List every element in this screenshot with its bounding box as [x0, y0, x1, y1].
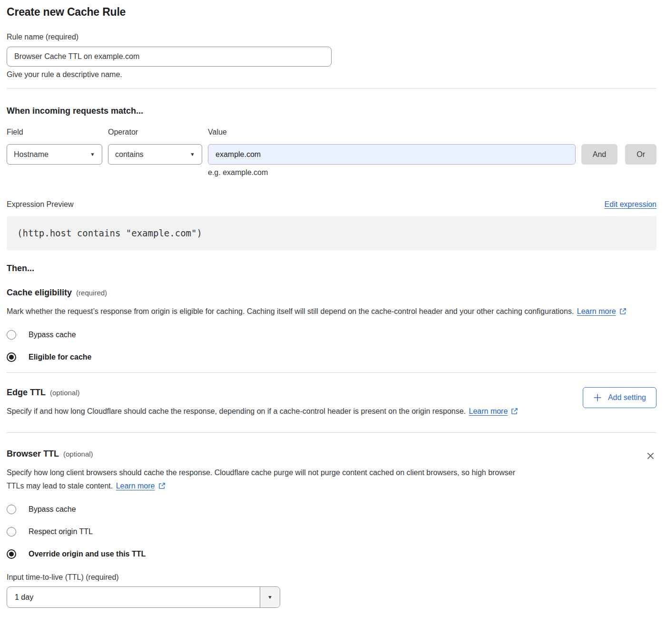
browser-ttl-section: Browser TTL(optional) Specify how long c… [7, 449, 656, 608]
chevron-down-icon: ▼ [267, 595, 273, 600]
radio-row-eligible-for-cache[interactable]: Eligible for cache [7, 352, 656, 362]
edge-ttl-heading-text: Edge TTL [7, 388, 46, 397]
edge-ttl-learn-more-link[interactable]: Learn more [469, 407, 508, 415]
edge-ttl-header-left: Edge TTL(optional) Specify if and how lo… [7, 388, 583, 418]
add-setting-label: Add setting [608, 393, 646, 402]
operator-label: Operator [108, 128, 202, 137]
plus-icon [593, 393, 602, 402]
value-input[interactable] [208, 144, 576, 165]
ttl-select[interactable]: 1 day ▼ [7, 586, 280, 608]
expression-preview-label: Expression Preview [7, 200, 74, 209]
browser-ttl-description-text: Specify how long client browsers should … [7, 468, 515, 490]
radio-override-origin-ttl[interactable] [7, 549, 16, 559]
expression-code-block: (http.host contains "example.com") [7, 216, 656, 250]
field-label: Field [7, 128, 102, 137]
rule-name-section: Rule name (required) Give your rule a de… [7, 33, 656, 79]
edit-expression-link[interactable]: Edit expression [605, 200, 656, 209]
browser-ttl-header: Browser TTL(optional) Specify how long c… [7, 449, 656, 493]
rule-name-input[interactable] [7, 47, 332, 67]
radio-bypass-cache[interactable] [7, 330, 16, 340]
then-heading: Then... [7, 263, 656, 273]
and-button-column: And [581, 128, 617, 165]
external-link-icon [619, 308, 627, 315]
radio-label: Eligible for cache [29, 353, 91, 361]
radio-label: Respect origin TTL [29, 527, 93, 536]
radio-label: Bypass cache [29, 505, 76, 514]
field-select[interactable]: Hostname ▼ [7, 144, 102, 165]
expression-preview-section: Expression Preview Edit expression (http… [7, 200, 656, 250]
field-column: Field Hostname ▼ [7, 128, 102, 165]
chevron-down-icon: ▼ [190, 152, 195, 157]
cache-eligibility-description: Mark whether the request’s response from… [7, 305, 646, 318]
radio-label: Override origin and use this TTL [29, 550, 146, 558]
or-button[interactable]: Or [625, 144, 656, 165]
ttl-input-label: Input time-to-live (TTL) (required) [7, 573, 656, 582]
radio-row-override-origin-ttl[interactable]: Override origin and use this TTL [7, 549, 656, 559]
match-heading: When incoming requests match... [7, 106, 656, 116]
match-section: When incoming requests match... Field Ho… [7, 106, 656, 177]
close-icon [646, 451, 656, 461]
browser-ttl-header-left: Browser TTL(optional) Specify how long c… [7, 449, 645, 493]
match-builder-row: Field Hostname ▼ Operator contains ▼ Val… [7, 128, 656, 177]
operator-select-value: contains [115, 150, 144, 159]
add-setting-button[interactable]: Add setting [583, 387, 656, 408]
create-cache-rule-form: Create new Cache Rule Rule name (require… [0, 0, 666, 615]
browser-ttl-qualifier: (optional) [63, 450, 93, 458]
page-title: Create new Cache Rule [7, 6, 656, 19]
value-column: Value e.g. example.com [208, 128, 576, 177]
radio-eligible-for-cache[interactable] [7, 352, 16, 362]
edge-ttl-section: Edge TTL(optional) Specify if and how lo… [7, 388, 656, 418]
section-divider [7, 88, 656, 88]
external-link-icon [158, 482, 166, 489]
browser-ttl-learn-more-link[interactable]: Learn more [116, 482, 155, 490]
section-divider [7, 432, 656, 433]
edge-ttl-header: Edge TTL(optional) Specify if and how lo… [7, 388, 656, 418]
rule-name-label: Rule name (required) [7, 33, 656, 41]
operator-column: Operator contains ▼ [108, 128, 202, 165]
expression-code: (http.host contains "example.com") [17, 228, 202, 238]
edge-ttl-description: Specify if and how long Cloudflare shoul… [7, 405, 534, 418]
edge-ttl-qualifier: (optional) [50, 389, 80, 397]
value-label: Value [208, 128, 576, 137]
and-button[interactable]: And [581, 144, 617, 165]
radio-respect-origin-ttl[interactable] [7, 527, 16, 537]
browser-ttl-description: Specify how long client browsers should … [7, 466, 534, 493]
or-button-column: Or [625, 128, 656, 165]
external-link-icon [511, 408, 518, 415]
chevron-down-icon: ▼ [90, 152, 95, 157]
expression-header: Expression Preview Edit expression [7, 200, 656, 209]
cache-eligibility-section: Cache eligibility(required) Mark whether… [7, 288, 656, 362]
operator-select[interactable]: contains ▼ [108, 144, 202, 165]
value-help: e.g. example.com [208, 168, 576, 177]
edge-ttl-heading: Edge TTL(optional) [7, 388, 583, 398]
cache-eligibility-description-text: Mark whether the request’s response from… [7, 307, 574, 315]
browser-ttl-heading-text: Browser TTL [7, 449, 59, 459]
browser-ttl-heading: Browser TTL(optional) [7, 449, 645, 459]
radio-row-browser-bypass-cache[interactable]: Bypass cache [7, 505, 656, 514]
remove-browser-ttl-button[interactable] [645, 450, 656, 462]
ttl-select-caret-box[interactable]: ▼ [260, 587, 280, 607]
cache-eligibility-heading-text: Cache eligibility [7, 288, 72, 297]
ttl-select-value: 1 day [7, 587, 260, 607]
radio-label: Bypass cache [29, 331, 76, 339]
radio-row-bypass-cache[interactable]: Bypass cache [7, 330, 656, 340]
cache-eligibility-qualifier: (required) [76, 289, 107, 297]
radio-browser-bypass-cache[interactable] [7, 505, 16, 514]
edge-ttl-description-text: Specify if and how long Cloudflare shoul… [7, 407, 466, 415]
cache-eligibility-heading: Cache eligibility(required) [7, 288, 656, 298]
section-divider [7, 372, 656, 373]
cache-eligibility-learn-more-link[interactable]: Learn more [577, 307, 616, 315]
rule-name-help: Give your rule a descriptive name. [7, 70, 656, 79]
field-select-value: Hostname [14, 150, 49, 159]
radio-row-respect-origin-ttl[interactable]: Respect origin TTL [7, 527, 656, 537]
